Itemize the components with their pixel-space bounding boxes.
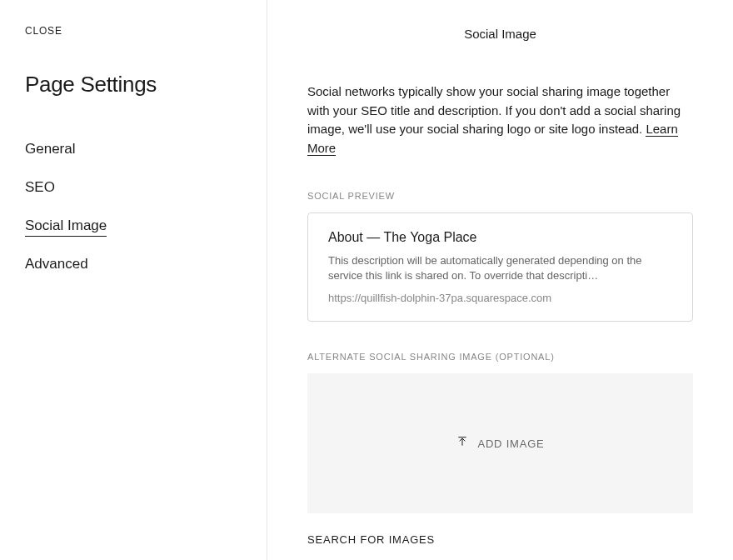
nav-item-social-image[interactable]: Social Image — [25, 211, 242, 241]
social-preview-card: About — The Yoga Place This description … — [307, 212, 693, 322]
page-title: Page Settings — [25, 72, 242, 98]
upload-content: ADD IMAGE — [456, 435, 544, 452]
main-header: Social Image — [307, 0, 693, 82]
upload-icon — [456, 435, 469, 452]
nav-item-label: General — [25, 141, 75, 157]
nav-item-label: SEO — [25, 179, 55, 195]
search-for-images-button[interactable]: SEARCH FOR IMAGES — [307, 533, 693, 560]
description-text: Social networks typically show your soci… — [307, 82, 693, 158]
add-image-area[interactable]: ADD IMAGE — [307, 373, 693, 513]
main-header-title: Social Image — [307, 27, 693, 41]
main-content: Social Image Social networks typically s… — [267, 0, 733, 560]
sidebar: CLOSE Page Settings General SEO Social I… — [0, 0, 267, 560]
close-button[interactable]: CLOSE — [25, 25, 242, 37]
nav-item-label: Advanced — [25, 256, 88, 272]
preview-title: About — The Yoga Place — [328, 230, 672, 245]
nav-item-label: Social Image — [25, 218, 107, 237]
preview-description: This description will be automatically g… — [328, 253, 672, 283]
add-image-label: ADD IMAGE — [477, 438, 544, 450]
preview-url: https://quillfish-dolphin-37pa.squarespa… — [328, 292, 672, 304]
nav-item-seo[interactable]: SEO — [25, 172, 242, 202]
nav-item-advanced[interactable]: Advanced — [25, 249, 242, 279]
description-body: Social networks typically show your soci… — [307, 84, 681, 136]
nav-item-general[interactable]: General — [25, 134, 242, 164]
nav-list: General SEO Social Image Advanced — [25, 134, 242, 279]
alternate-image-label: ALTERNATE SOCIAL SHARING IMAGE (OPTIONAL… — [307, 352, 693, 362]
social-preview-label: SOCIAL PREVIEW — [307, 191, 693, 201]
